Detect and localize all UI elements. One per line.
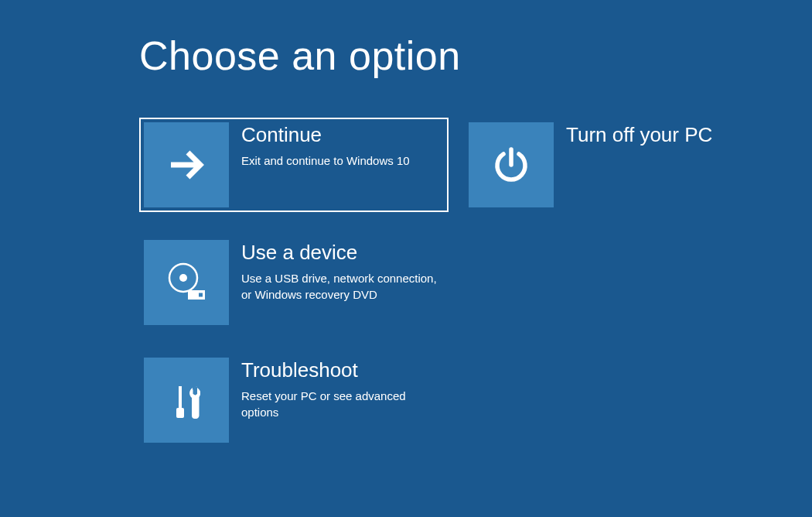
- troubleshoot-text: Troubleshoot Reset your PC or see advanc…: [229, 358, 442, 420]
- svg-rect-3: [199, 293, 203, 297]
- arrow-right-icon: [144, 122, 229, 207]
- grid-spacer: [464, 235, 789, 330]
- tools-icon: [144, 358, 229, 443]
- page-title: Choose an option: [139, 33, 812, 79]
- troubleshoot-title: Troubleshoot: [241, 359, 442, 382]
- troubleshoot-description: Reset your PC or see advanced options: [241, 388, 442, 420]
- svg-rect-4: [179, 386, 182, 408]
- device-icon: [144, 240, 229, 325]
- usedevice-option[interactable]: Use a device Use a USB drive, network co…: [139, 235, 449, 330]
- continue-title: Continue: [241, 124, 410, 146]
- usedevice-description: Use a USB drive, network connection, or …: [241, 270, 442, 303]
- continue-text: Continue Exit and continue to Windows 10: [229, 122, 410, 169]
- usedevice-title: Use a device: [241, 241, 442, 264]
- continue-description: Exit and continue to Windows 10: [241, 152, 410, 169]
- power-icon: [469, 122, 554, 207]
- turnoff-option[interactable]: Turn off your PC: [464, 118, 773, 212]
- svg-point-1: [179, 274, 187, 282]
- turnoff-title: Turn off your PC: [566, 124, 712, 146]
- turnoff-text: Turn off your PC: [554, 122, 712, 152]
- continue-option[interactable]: Continue Exit and continue to Windows 10: [139, 118, 449, 212]
- options-grid: Continue Exit and continue to Windows 10…: [139, 118, 812, 447]
- options-screen: Choose an option Continue Exit and conti…: [0, 0, 812, 447]
- troubleshoot-option[interactable]: Troubleshoot Reset your PC or see advanc…: [139, 353, 449, 447]
- svg-rect-5: [176, 408, 184, 418]
- usedevice-text: Use a device Use a USB drive, network co…: [229, 240, 442, 303]
